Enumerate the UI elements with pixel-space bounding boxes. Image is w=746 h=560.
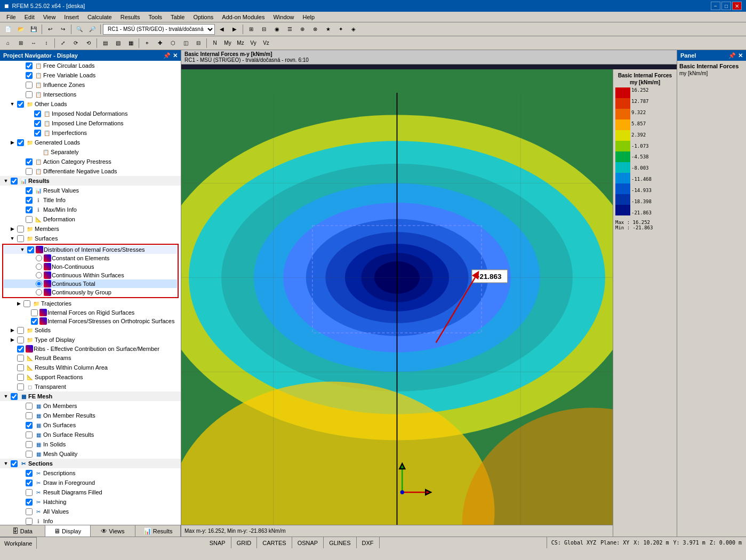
- cb-on-surfaces[interactable]: [26, 422, 33, 429]
- tree-item-generated[interactable]: ▶ 📁 Generated Loads: [0, 138, 181, 147]
- tab-views[interactable]: 👁 Views: [91, 525, 136, 537]
- cb-free-variable[interactable]: [26, 72, 33, 79]
- fe-visualization[interactable]: -21.863: [181, 69, 613, 525]
- close-button[interactable]: ✕: [732, 2, 742, 10]
- cb-results-column[interactable]: [17, 364, 24, 371]
- expander-on-member-results[interactable]: [17, 412, 25, 419]
- expander-internal-ortho[interactable]: [22, 317, 30, 325]
- viewport[interactable]: Basic Internal Forces m-y [kNm/m] RC1 - …: [181, 50, 677, 537]
- nav-pin[interactable]: 📌: [163, 52, 171, 59]
- tab-display[interactable]: 🖥 Display: [45, 525, 91, 537]
- tree-item-continuous-group[interactable]: Continuously by Group: [4, 288, 177, 297]
- tree-item-result-values[interactable]: 📊 Result Values: [0, 186, 181, 195]
- cb-hatching[interactable]: [26, 499, 33, 506]
- tb2-btn17[interactable]: My: [222, 37, 234, 49]
- expander-action-cat[interactable]: [17, 158, 25, 165]
- tb2-btn4[interactable]: ↕: [41, 37, 52, 49]
- tb-btn2[interactable]: ⊟: [258, 23, 270, 35]
- expander-continuous-total[interactable]: [27, 280, 35, 287]
- cb-type-display[interactable]: [17, 337, 24, 343]
- cb-imposed-line[interactable]: [34, 120, 41, 127]
- tb2-btn10[interactable]: ▦: [125, 37, 137, 49]
- tb2-btn13[interactable]: ⬡: [167, 37, 179, 49]
- cb-descriptions[interactable]: [26, 470, 33, 477]
- expander-surfaces[interactable]: ▼: [9, 235, 16, 242]
- tb-btn9[interactable]: ◈: [348, 23, 359, 35]
- expander-hatching[interactable]: [17, 498, 25, 506]
- cb-support[interactable]: [17, 374, 24, 381]
- new-button[interactable]: 📄: [2, 23, 14, 35]
- open-button[interactable]: 📂: [15, 23, 27, 35]
- expander-constant[interactable]: [27, 254, 35, 262]
- menu-insert[interactable]: Insert: [60, 13, 83, 21]
- tb2-btn11[interactable]: ⌖: [141, 37, 153, 49]
- tree-item-result-beams[interactable]: 📐 Result Beams: [0, 353, 181, 363]
- zoom-in-button[interactable]: 🔍: [74, 23, 85, 35]
- menu-window[interactable]: Window: [269, 13, 298, 21]
- tree-item-surfaces[interactable]: ▼ 📁 Surfaces: [0, 234, 181, 243]
- tb2-btn5[interactable]: ⤢: [57, 37, 69, 49]
- cb-ribs[interactable]: [17, 346, 24, 353]
- cb-differentiate[interactable]: [26, 168, 33, 175]
- menu-view[interactable]: View: [39, 13, 60, 21]
- tree-item-results[interactable]: ▼ 📊 Results: [0, 176, 181, 186]
- right-panel-close[interactable]: ✕: [738, 52, 743, 59]
- cb-draw-foreground[interactable]: [26, 479, 33, 486]
- menu-file[interactable]: File: [2, 13, 20, 21]
- tree-item-results-column[interactable]: 📐 Results Within Column Area: [0, 363, 181, 372]
- tree-item-dist-internal[interactable]: ▼ Distribution of Internal Forces/Stress…: [4, 245, 177, 254]
- tb-btn8[interactable]: ✦: [335, 23, 347, 35]
- expander-continuous-within[interactable]: [27, 271, 35, 279]
- tb2-btn19[interactable]: Vy: [247, 37, 259, 49]
- cb-transparent[interactable]: [17, 383, 24, 390]
- tree-item-info-sections[interactable]: ℹ Info: [0, 516, 181, 525]
- tree-item-deformation[interactable]: 📐 Deformation: [0, 214, 181, 224]
- cb-result-beams[interactable]: [17, 355, 24, 362]
- tree-item-imperfections[interactable]: 📋 Imperfections: [0, 128, 181, 138]
- expander-transparent[interactable]: [9, 383, 16, 390]
- menu-results[interactable]: Results: [116, 13, 145, 21]
- tree-item-maxmin[interactable]: ℹ Max/Min Info: [0, 205, 181, 214]
- cb-fe-mesh[interactable]: [11, 393, 18, 400]
- tree-item-on-surface-results[interactable]: ▦ On Surface Results: [0, 430, 181, 439]
- maximize-button[interactable]: □: [721, 2, 731, 10]
- menu-edit[interactable]: Edit: [20, 13, 39, 21]
- expander-type-display[interactable]: ▶: [9, 336, 16, 343]
- load-case-dropdown[interactable]: RC1 - MSÚ (STR/GEO) - trvalá/dočasná: [103, 24, 215, 35]
- menu-help[interactable]: Help: [299, 13, 319, 21]
- tree-item-hatching[interactable]: ✂ Hatching: [0, 497, 181, 507]
- tree-item-free-variable[interactable]: 📋 Free Variable Loads: [0, 70, 181, 80]
- expander-internal-rigid[interactable]: [22, 309, 30, 316]
- expander-imperfections[interactable]: [26, 129, 33, 137]
- tree-item-in-solids[interactable]: ▦ In Solids: [0, 439, 181, 449]
- tree-item-descriptions[interactable]: ✂ Descriptions: [0, 468, 181, 478]
- tree-item-title-info[interactable]: ℹ Title Info: [0, 195, 181, 205]
- cb-dist-internal[interactable]: [27, 246, 34, 253]
- tree-item-influence[interactable]: 📋 Influence Zones: [0, 80, 181, 90]
- expander-maxmin[interactable]: [17, 206, 25, 213]
- right-panel-pin[interactable]: 📌: [728, 52, 736, 59]
- cb-info-sections[interactable]: [26, 518, 33, 525]
- grid-button[interactable]: GRID: [231, 537, 258, 548]
- expander-deformation[interactable]: [17, 215, 25, 223]
- expander-all-values[interactable]: [17, 508, 25, 515]
- tree-item-trajectories[interactable]: ▶ 📁 Trajectories: [0, 299, 181, 308]
- tree-item-fe-mesh[interactable]: ▼ ▦ FE Mesh: [0, 391, 181, 401]
- tb-btn1[interactable]: ⊞: [245, 23, 257, 35]
- tb2-btn20[interactable]: Vz: [260, 37, 272, 49]
- cb-on-member-results[interactable]: [26, 412, 33, 419]
- tree-item-sections[interactable]: ▼ ✂ Sections: [0, 459, 181, 468]
- redo-button[interactable]: ↪: [57, 23, 69, 35]
- expander-on-members[interactable]: [17, 402, 25, 410]
- cb-trajectories[interactable]: [23, 300, 30, 307]
- expander-sections[interactable]: ▼: [2, 460, 10, 467]
- expander-on-surface-results[interactable]: [17, 431, 25, 438]
- expander-intersections[interactable]: [17, 91, 25, 98]
- tree-item-other-loads[interactable]: ▼ 📁 Other Loads: [0, 99, 181, 109]
- nav-content[interactable]: 📋 Free Circular Loads 📋 Free Variable Lo…: [0, 61, 181, 525]
- minimize-button[interactable]: −: [711, 2, 720, 10]
- cb-in-solids[interactable]: [26, 441, 33, 448]
- cb-sections[interactable]: [11, 460, 18, 467]
- tab-results-nav[interactable]: 📊 Results: [135, 525, 181, 537]
- nav-close[interactable]: ✕: [173, 52, 178, 59]
